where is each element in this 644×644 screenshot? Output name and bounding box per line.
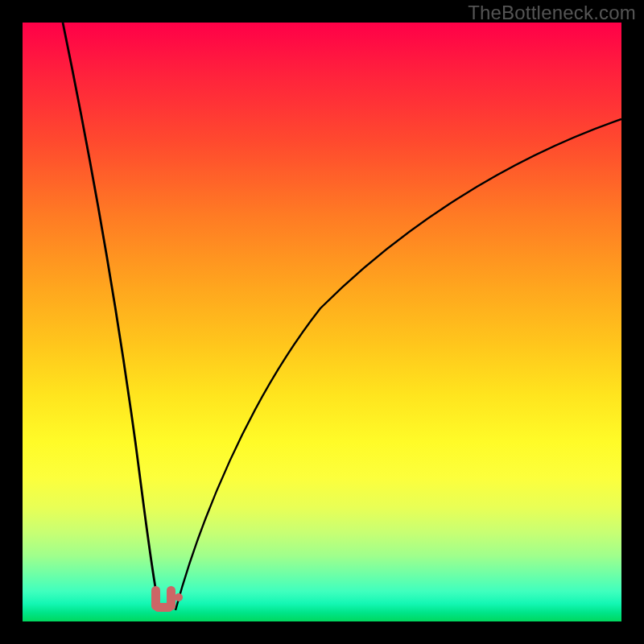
- valley-blob-dot: [175, 593, 183, 601]
- left-curve: [63, 23, 159, 610]
- curve-overlay: [23, 23, 621, 621]
- plot-area: [23, 23, 621, 621]
- watermark-text: TheBottleneck.com: [468, 2, 636, 24]
- valley-blob-bottom: [154, 603, 173, 612]
- right-curve: [175, 119, 621, 610]
- chart-container: TheBottleneck.com: [0, 0, 644, 644]
